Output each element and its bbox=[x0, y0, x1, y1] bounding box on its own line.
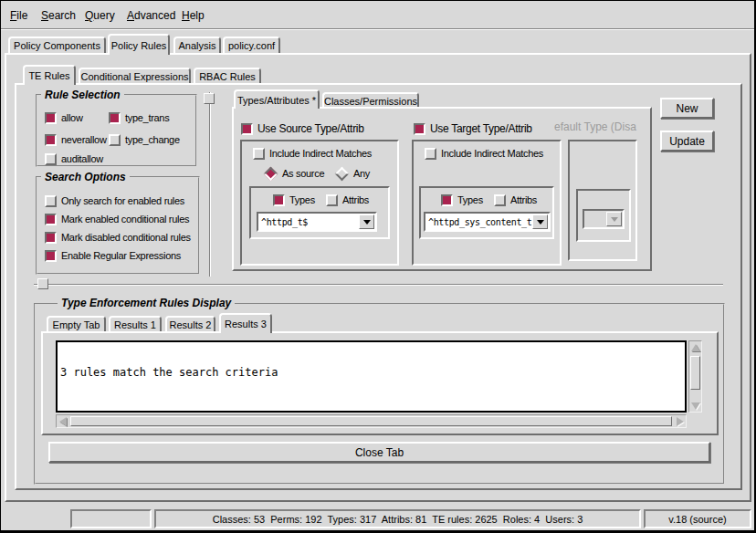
search-options-title: Search Options bbox=[41, 171, 130, 183]
tab-analysis[interactable]: Analysis bbox=[173, 37, 221, 53]
checkbox-target-types[interactable]: Types bbox=[441, 193, 483, 206]
checkbox-indicator bbox=[425, 148, 436, 160]
checkbox-mark-disabled[interactable]: Mark disabled conditional rules bbox=[45, 231, 191, 244]
tab-rbac-rules[interactable]: RBAC Rules bbox=[194, 68, 261, 83]
checkbox-label: Types bbox=[457, 194, 483, 205]
combobox-value: ^httpd_sys_content_t$ bbox=[428, 215, 532, 228]
checkbox-target-indirect[interactable]: Include Indirect Matches bbox=[425, 147, 543, 160]
results-horizontal-scrollbar[interactable] bbox=[56, 414, 687, 428]
checkbox-indicator bbox=[241, 123, 253, 135]
status-policy-version: v.18 (source) bbox=[644, 509, 751, 528]
checkbox-regex[interactable]: Enable Regular Expressions bbox=[45, 249, 181, 262]
tab-conditional-expressions[interactable]: Conditional Expressions bbox=[79, 68, 191, 83]
tab-classes-permissions[interactable]: Classes/Permissions bbox=[322, 92, 419, 108]
checkbox-type-trans[interactable]: type_trans bbox=[109, 111, 169, 124]
tab-empty-tab[interactable]: Empty Tab bbox=[47, 316, 106, 331]
checkbox-label: type_trans bbox=[125, 112, 169, 123]
radio-indicator bbox=[335, 166, 350, 181]
horizontal-scroll-thumb[interactable] bbox=[70, 416, 672, 426]
checkbox-source-types[interactable]: Types bbox=[273, 193, 315, 206]
checkbox-source-attribs[interactable]: Attribs bbox=[326, 193, 369, 206]
source-type-combobox[interactable]: ^httpd_t$ bbox=[257, 212, 377, 232]
checkbox-only-enabled[interactable]: Only search for enabled rules bbox=[45, 194, 184, 207]
checkbox-allow[interactable]: allow bbox=[45, 111, 83, 124]
checkbox-indicator bbox=[441, 194, 453, 206]
vertical-sash-handle[interactable] bbox=[204, 93, 215, 104]
menu-separator bbox=[1, 28, 754, 30]
scroll-left-button[interactable] bbox=[57, 415, 68, 427]
checkbox-target-attribs[interactable]: Attribs bbox=[494, 193, 537, 206]
results-text-area[interactable]: 3 rules match the search criteria (5822)… bbox=[56, 340, 687, 413]
checkbox-label: auditallow bbox=[61, 153, 103, 164]
checkbox-indicator bbox=[45, 195, 57, 207]
vertical-sash[interactable] bbox=[209, 92, 211, 277]
checkbox-label: Include Indirect Matches bbox=[269, 148, 372, 159]
checkbox-label: Enable Regular Expressions bbox=[61, 250, 181, 261]
radio-as-source[interactable]: As source bbox=[264, 167, 324, 180]
radio-label: As source bbox=[282, 168, 324, 179]
checkbox-mark-enabled[interactable]: Mark enabled conditional rules bbox=[45, 213, 189, 225]
tab-policy-components[interactable]: Policy Components bbox=[8, 37, 106, 53]
results-display-title: Type Enforcement Rules Display bbox=[58, 297, 235, 309]
new-button[interactable]: New bbox=[660, 98, 714, 119]
menu-file[interactable]: File bbox=[8, 8, 29, 23]
scroll-up-button[interactable] bbox=[689, 341, 701, 353]
tab-results-3[interactable]: Results 3 bbox=[219, 313, 272, 333]
menu-help[interactable]: Help bbox=[180, 8, 206, 23]
target-type-combobox[interactable]: ^httpd_sys_content_t$ bbox=[424, 212, 551, 232]
menu-query[interactable]: Query bbox=[83, 8, 117, 23]
checkbox-indicator bbox=[109, 134, 121, 146]
checkbox-indicator bbox=[45, 153, 57, 165]
default-type-label: efault Type (Disa bbox=[554, 120, 637, 133]
menu-advanced[interactable]: Advanced bbox=[125, 8, 177, 23]
checkbox-indicator bbox=[45, 134, 57, 146]
tab-policy-rules[interactable]: Policy Rules bbox=[108, 34, 170, 55]
menu-search[interactable]: Search bbox=[39, 8, 78, 23]
checkbox-label: Use Source Type/Attrib bbox=[257, 122, 364, 135]
horizontal-sash-handle[interactable] bbox=[37, 278, 48, 289]
checkbox-source-indirect[interactable]: Include Indirect Matches bbox=[253, 147, 372, 160]
combobox-dropdown-button[interactable] bbox=[532, 214, 548, 229]
vertical-scroll-thumb[interactable] bbox=[690, 356, 700, 390]
tab-types-attributes[interactable]: Types/Attributes * bbox=[234, 89, 320, 109]
checkbox-type-change[interactable]: type_change bbox=[109, 133, 180, 146]
status-version-text: v.18 (source) bbox=[668, 514, 726, 525]
checkbox-label: Mark disabled conditional rules bbox=[61, 232, 191, 243]
status-stats-text: Classes: 53 Perms: 192 Types: 317 Attrib… bbox=[213, 514, 583, 525]
radio-indicator bbox=[264, 166, 278, 181]
default-type-combobox bbox=[583, 209, 625, 229]
results-summary: 3 rules match the search criteria bbox=[60, 367, 682, 379]
checkbox-use-source[interactable]: Use Source Type/Attrib bbox=[241, 122, 364, 135]
results-blank-line bbox=[60, 402, 682, 413]
radio-any[interactable]: Any bbox=[335, 167, 370, 180]
checkbox-indicator bbox=[326, 194, 338, 206]
rule-selection-title: Rule Selection bbox=[41, 89, 124, 101]
status-policy-stats: Classes: 53 Perms: 192 Types: 317 Attrib… bbox=[154, 509, 641, 528]
checkbox-neverallow[interactable]: neverallow bbox=[45, 133, 107, 146]
tab-results-1[interactable]: Results 1 bbox=[109, 316, 162, 331]
checkbox-indicator bbox=[253, 148, 265, 160]
combobox-dropdown-button[interactable] bbox=[359, 214, 374, 229]
combobox-value: ^httpd_t$ bbox=[261, 215, 359, 228]
arrow-down-icon bbox=[691, 402, 700, 410]
results-vertical-scrollbar[interactable] bbox=[688, 340, 702, 413]
scroll-right-button[interactable] bbox=[674, 415, 686, 427]
scroll-down-button[interactable] bbox=[689, 400, 701, 412]
tab-results-2[interactable]: Results 2 bbox=[165, 316, 215, 331]
chevron-down-icon bbox=[611, 217, 618, 222]
update-button[interactable]: Update bbox=[660, 131, 714, 152]
tab-te-rules[interactable]: TE Rules bbox=[23, 65, 76, 85]
radio-label: Any bbox=[353, 168, 370, 179]
checkbox-indicator bbox=[414, 123, 425, 135]
checkbox-indicator bbox=[45, 232, 57, 244]
checkbox-label: Mark enabled conditional rules bbox=[61, 214, 189, 225]
horizontal-sash[interactable] bbox=[34, 284, 723, 286]
close-tab-button[interactable]: Close Tab bbox=[48, 442, 710, 463]
checkbox-use-target[interactable]: Use Target Type/Attrib bbox=[414, 122, 532, 135]
checkbox-indicator bbox=[45, 112, 57, 124]
checkbox-auditallow[interactable]: auditallow bbox=[45, 152, 103, 165]
checkbox-label: Use Target Type/Attrib bbox=[430, 122, 532, 135]
checkbox-label: type_change bbox=[125, 134, 180, 145]
tab-policy-conf[interactable]: policy.conf bbox=[223, 37, 280, 53]
checkbox-label: Attribs bbox=[342, 194, 369, 205]
